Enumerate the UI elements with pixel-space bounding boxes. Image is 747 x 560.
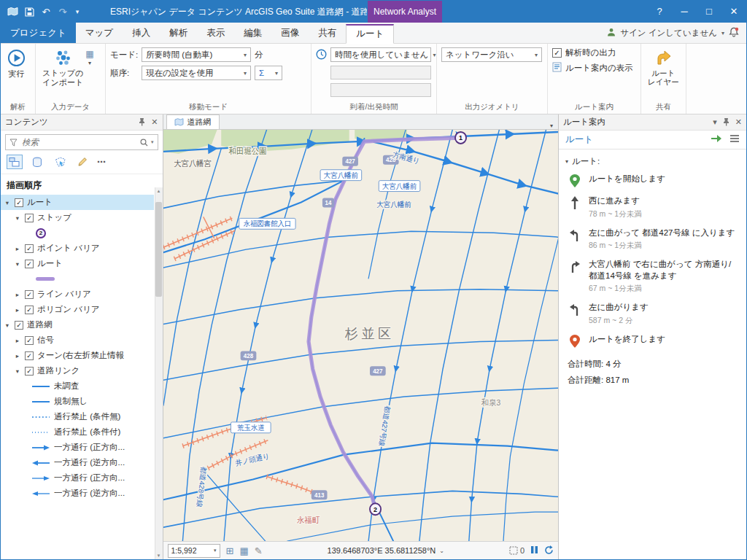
sigma-button[interactable]: Σ ▾ bbox=[255, 66, 282, 80]
panel-menu-caret-icon[interactable]: ▾ bbox=[713, 117, 717, 127]
expander-icon[interactable]: ▾ bbox=[14, 260, 21, 268]
tab-project[interactable]: プロジェクト bbox=[1, 23, 76, 43]
layer-row-route-sub[interactable]: ▾ ✓ ルート bbox=[1, 256, 154, 271]
list-by-selection-icon[interactable] bbox=[52, 155, 68, 169]
refresh-icon[interactable] bbox=[544, 545, 554, 556]
pause-drawing-icon[interactable] bbox=[530, 545, 538, 556]
layer-checkbox[interactable]: ✓ bbox=[25, 214, 34, 222]
sequence-combobox[interactable]: 現在の設定を使用 ▾ bbox=[142, 66, 251, 80]
list-by-editing-icon[interactable] bbox=[74, 155, 90, 169]
layer-checkbox[interactable]: ✓ bbox=[25, 351, 34, 360]
layer-checkbox[interactable]: ✓ bbox=[25, 290, 34, 299]
stop-marker-2[interactable]: 2 bbox=[370, 503, 381, 515]
time-usage-combobox[interactable]: 時間を使用していません ▾ bbox=[330, 47, 431, 62]
tab-share[interactable]: 共有 bbox=[309, 23, 346, 43]
autohide-pin-icon[interactable] bbox=[723, 117, 729, 128]
direction-step-start[interactable]: ルートを開始します bbox=[559, 169, 746, 191]
expander-icon[interactable]: ▸ bbox=[14, 245, 21, 252]
redo-icon[interactable]: ↷ bbox=[57, 6, 69, 18]
tab-overflow-icon[interactable]: ▾ bbox=[545, 122, 558, 129]
map-canvas[interactable]: 427 428 14 428 427 413 大宮八幡前 大宮八幡前 永福図書館… bbox=[163, 130, 558, 541]
contents-search-box[interactable]: ▾ bbox=[5, 134, 158, 150]
direction-step-right-turn[interactable]: 大宮八幡前 で右に曲がって 方南通り/都道14号線 を進みます 67 m ~ 1… bbox=[559, 254, 746, 298]
autohide-pin-icon[interactable] bbox=[139, 117, 145, 128]
output-geometry-combobox[interactable]: ネットワーク沿い ▾ bbox=[441, 47, 542, 62]
edit-features-icon[interactable]: ✎ bbox=[255, 545, 263, 556]
layer-checkbox[interactable]: ✓ bbox=[25, 260, 34, 268]
signin-status[interactable]: サイン インしていません bbox=[620, 28, 717, 39]
contents-scrollbar-thumb[interactable] bbox=[155, 202, 162, 297]
expander-icon[interactable]: ▾ bbox=[14, 214, 21, 222]
maximize-button[interactable]: □ bbox=[697, 1, 721, 23]
layer-row-polygon-barriers[interactable]: ▸ ✓ ポリゴン バリア bbox=[1, 302, 154, 317]
route-section-header[interactable]: ▾ ルート: bbox=[559, 149, 746, 169]
layer-checkbox[interactable]: ✓ bbox=[25, 367, 34, 376]
layer-checkbox[interactable]: ✓ bbox=[25, 336, 34, 345]
save-icon[interactable] bbox=[23, 6, 35, 18]
run-button[interactable]: 実行 bbox=[5, 47, 28, 101]
close-button[interactable]: ✕ bbox=[721, 1, 746, 23]
layer-checkbox[interactable]: ✓ bbox=[25, 244, 34, 253]
layer-row-stops[interactable]: ▾ ✓ ストップ bbox=[1, 210, 154, 225]
direction-step-straight[interactable]: 西に進みます 78 m ~ 1分未満 bbox=[559, 191, 746, 223]
more-options-icon[interactable]: ⋯ bbox=[97, 157, 106, 167]
show-directions-button[interactable]: ルート案内の表示 bbox=[552, 62, 633, 74]
route-layer-button[interactable]: ルート レイヤー bbox=[646, 47, 681, 101]
travel-mode-combobox[interactable]: 所要時間 (自動車) ▾ bbox=[142, 47, 251, 62]
signin-caret-icon[interactable]: ▾ bbox=[721, 30, 724, 36]
search-input[interactable] bbox=[20, 137, 137, 147]
selection-count-icon[interactable]: 0 bbox=[509, 546, 525, 555]
layer-checkbox[interactable]: ✓ bbox=[15, 198, 23, 207]
scroll-up-icon[interactable]: ▲ bbox=[157, 189, 161, 193]
expander-icon[interactable]: ▾ bbox=[4, 322, 11, 329]
close-panel-icon[interactable]: ✕ bbox=[735, 117, 742, 127]
scroll-down-icon[interactable]: ▼ bbox=[157, 553, 161, 558]
menu-icon[interactable] bbox=[729, 134, 740, 145]
stop-marker-1[interactable]: 1 bbox=[454, 132, 465, 144]
go-to-directions-icon[interactable] bbox=[711, 134, 722, 145]
tab-view[interactable]: 表示 bbox=[197, 23, 234, 43]
directions-tab-route[interactable]: ルート bbox=[565, 133, 593, 146]
list-by-data-source-icon[interactable] bbox=[29, 155, 45, 169]
help-button[interactable]: ? bbox=[647, 1, 672, 23]
qat-customize-icon[interactable]: ▾ bbox=[74, 6, 81, 18]
layer-row-signals[interactable]: ▸ ✓ 信号 bbox=[1, 332, 154, 348]
map-svg[interactable]: 427 428 14 428 427 413 大宮八幡前 大宮八幡前 永福図書館… bbox=[163, 130, 558, 541]
tab-analysis[interactable]: 解析 bbox=[160, 23, 197, 43]
open-table-icon[interactable]: ▦ bbox=[239, 545, 248, 556]
layer-row-route-group[interactable]: ▾ ✓ ルート bbox=[1, 195, 154, 210]
layer-row-road-links[interactable]: ▾ ✓ 道路リンク bbox=[1, 363, 154, 378]
tab-imagery[interactable]: 画像 bbox=[271, 23, 309, 43]
layer-row-turns[interactable]: ▸ ✓ ターン(右左折禁止情報 bbox=[1, 348, 154, 363]
tab-map[interactable]: マップ bbox=[76, 23, 123, 43]
map-tab-road-network[interactable]: 道路網 bbox=[166, 114, 220, 129]
undo-icon[interactable]: ↶ bbox=[40, 6, 52, 18]
tab-edit[interactable]: 編集 bbox=[234, 23, 271, 43]
direction-step-end[interactable]: ルートを終了します bbox=[559, 330, 746, 351]
notification-bell-icon[interactable] bbox=[729, 27, 739, 39]
expander-icon[interactable]: ▸ bbox=[14, 306, 21, 314]
expander-icon[interactable]: ▸ bbox=[14, 337, 21, 344]
direction-step-left-turn-2[interactable]: 左に曲がります 587 m ~ 2 分 bbox=[559, 298, 746, 330]
layer-row-line-barriers[interactable]: ▸ ✓ ライン バリア bbox=[1, 287, 154, 302]
add-graphics-icon[interactable]: ⊞ bbox=[226, 545, 234, 556]
field-mapping-button[interactable]: ▦ ▾ bbox=[85, 47, 93, 101]
close-panel-icon[interactable]: ✕ bbox=[151, 117, 158, 127]
scale-combobox[interactable]: 1:5,992 ▾ bbox=[168, 544, 220, 558]
layer-row-point-barriers[interactable]: ▸ ✓ ポイント バリア bbox=[1, 241, 154, 256]
tab-route[interactable]: ルート bbox=[346, 24, 394, 44]
import-stops-button[interactable]: ストップの インポート bbox=[40, 47, 85, 101]
expander-icon[interactable]: ▸ bbox=[14, 291, 21, 298]
tab-insert[interactable]: 挿入 bbox=[123, 23, 160, 43]
layer-row-road-network[interactable]: ▾ ✓ 道路網 bbox=[1, 317, 154, 332]
output-on-solve-checkbox[interactable]: ✓ bbox=[552, 48, 562, 58]
expander-icon[interactable]: ▾ bbox=[4, 199, 11, 206]
layer-checkbox[interactable]: ✓ bbox=[15, 321, 23, 330]
expander-icon[interactable]: ▾ bbox=[14, 368, 21, 375]
minimize-button[interactable]: ─ bbox=[672, 1, 697, 23]
layer-checkbox[interactable]: ✓ bbox=[25, 306, 34, 314]
expander-icon[interactable]: ▸ bbox=[14, 352, 21, 359]
search-caret-icon[interactable]: ▾ bbox=[151, 139, 154, 145]
direction-step-left-turn[interactable]: 左に曲がって 都道427号線 に入ります 86 m ~ 1分未満 bbox=[559, 223, 746, 255]
list-by-drawing-order-icon[interactable] bbox=[7, 155, 23, 169]
